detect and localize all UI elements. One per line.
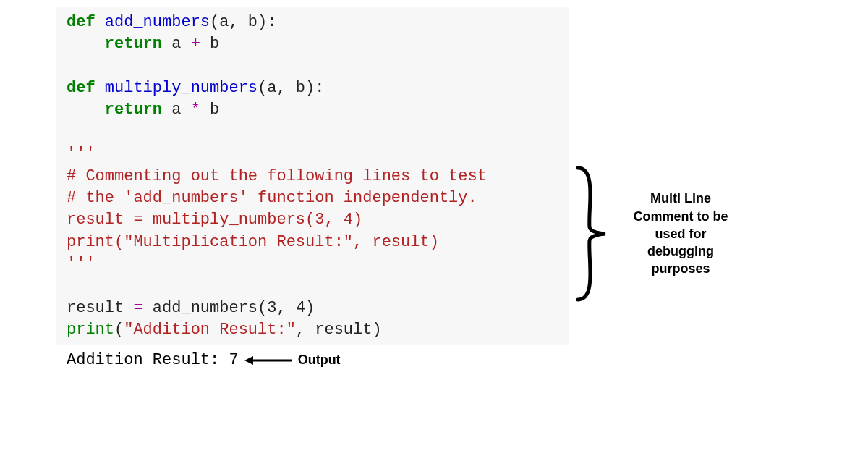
annotation-line: used for xyxy=(616,225,746,242)
function-name-mul: multiply_numbers xyxy=(105,79,258,97)
op-plus: + xyxy=(191,35,200,53)
commented-print: print("Multiplication Result:", result) xyxy=(67,233,439,251)
commented-assign: result = multiply_numbers(3, 4) xyxy=(67,211,362,229)
annotation-line: purposes xyxy=(616,260,746,277)
keyword-def: def xyxy=(67,13,95,31)
comment-line-1: # Commenting out the following lines to … xyxy=(67,167,487,185)
print-fn: print xyxy=(67,321,114,339)
curly-brace-icon xyxy=(575,165,608,303)
keyword-def: def xyxy=(67,79,95,97)
num-3: 3 xyxy=(267,299,276,317)
assign-pre: result xyxy=(67,299,133,317)
ret-a: a xyxy=(162,35,191,53)
ret-a2: a xyxy=(162,101,191,119)
svg-marker-1 xyxy=(244,356,253,365)
arrow-left-icon xyxy=(243,353,294,368)
triple-quote-open: ''' xyxy=(67,145,95,163)
print-rest: , result) xyxy=(296,321,382,339)
output-text: Addition Result: 7 xyxy=(67,351,239,369)
triple-quote-close: ''' xyxy=(67,255,95,273)
params: (a, b): xyxy=(210,13,276,31)
assign-post: add_numbers( xyxy=(143,299,268,317)
string-literal: "Addition Result:" xyxy=(124,321,296,339)
ret-b: b xyxy=(200,35,219,53)
annotation-line: Comment to be xyxy=(616,208,746,225)
op-star: * xyxy=(191,101,200,119)
keyword-return: return xyxy=(105,101,162,119)
comma: , xyxy=(276,299,295,317)
params: (a, b): xyxy=(258,79,324,97)
commented-block: ''' # Commenting out the following lines… xyxy=(67,145,487,273)
open-paren: ( xyxy=(114,321,124,339)
annotation-line: debugging xyxy=(616,242,746,260)
output-row: Addition Result: 7 Output xyxy=(0,345,868,369)
op-eq: = xyxy=(133,299,142,317)
annotation-text: Multi Line Comment to be used for debugg… xyxy=(616,190,746,277)
comment-line-2: # the 'add_numbers' function independent… xyxy=(67,189,477,207)
close-paren: ) xyxy=(305,299,315,317)
annotation-line: Multi Line xyxy=(616,190,746,207)
function-name-add: add_numbers xyxy=(105,13,210,31)
keyword-return: return xyxy=(105,35,162,53)
ret-b2: b xyxy=(200,101,219,119)
num-4: 4 xyxy=(296,299,305,317)
annotation-column: Multi Line Comment to be used for debugg… xyxy=(575,165,746,303)
output-label: Output xyxy=(298,352,341,368)
code-block: def add_numbers(a, b): return a + b def … xyxy=(56,7,569,345)
